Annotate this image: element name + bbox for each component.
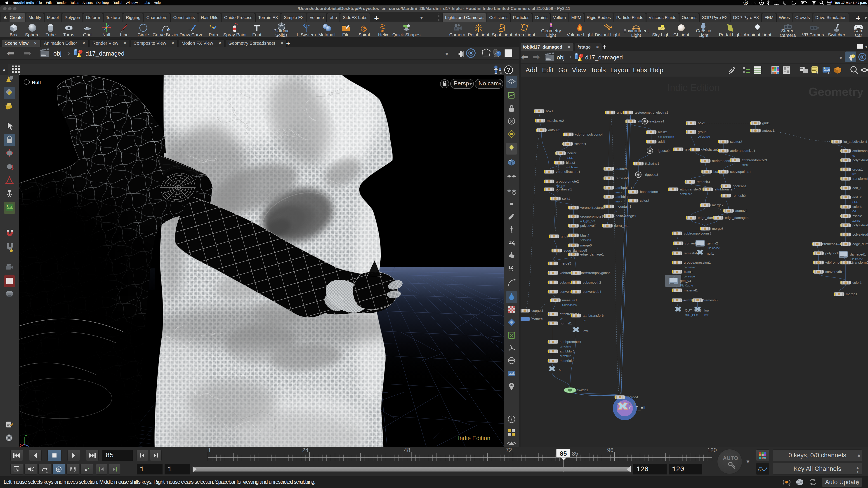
svg-text:scatter2: scatter2 (730, 140, 742, 143)
svg-text:polyextrude1: polyextrude1 (852, 223, 868, 227)
svg-text:OUT_All: OUT_All (629, 405, 645, 411)
svg-text:edif_1: edif_1 (852, 186, 862, 190)
svg-text:vdbfrompolygons6: vdbfrompolygons6 (583, 271, 611, 275)
svg-text:attribtransfer6: attribtransfer6 (583, 314, 604, 318)
svg-text:not: selection: not: selection (658, 135, 674, 138)
svg-text:transform1: transform1 (852, 177, 868, 181)
svg-text:remesh4: remesh4 (684, 251, 697, 255)
svg-text:polybevel1: polybevel1 (556, 187, 572, 191)
svg-text:convertvdb1: convertvdb1 (825, 270, 844, 273)
svg-text:merge2: merge2 (712, 203, 723, 207)
svg-text:remesh5: remesh5 (704, 298, 717, 302)
svg-text:rigpose2: rigpose2 (657, 149, 670, 153)
svg-text:split1: split1 (562, 197, 570, 200)
svg-text:matchsize2: matchsize2 (547, 119, 564, 123)
svg-text:File Cache: File Cache (680, 284, 693, 287)
svg-text:72: 72 (506, 447, 512, 453)
svg-text:attribtransfer4: attribtransfer4 (715, 187, 736, 191)
svg-text:conserver: conserver (684, 266, 696, 269)
svg-text:zscale: zscale (852, 214, 862, 218)
svg-text:scatter1: scatter1 (575, 142, 586, 146)
svg-text:low: low (704, 314, 708, 317)
svg-text:curvature: curvature (560, 345, 571, 348)
svg-text:grouppromote2: grouppromote2 (556, 180, 579, 183)
svg-text:switch1: switch1 (577, 388, 588, 392)
svg-text:polybevel2: polybevel2 (580, 224, 596, 228)
svg-text:edge_dum1: edge_dum1 (852, 242, 868, 246)
svg-text:remesh2: remesh2 (733, 194, 746, 197)
svg-text:File Cache: File Cache (707, 247, 720, 250)
svg-text:low1: low1 (583, 329, 590, 333)
svg-text:mask: mask (616, 191, 622, 194)
svg-text:zscale: zscale (852, 219, 860, 222)
svg-text:edge_damage1: edge_damage1 (580, 252, 604, 256)
svg-text:voronoifracture1: voronoifracture1 (556, 170, 580, 173)
svg-text:measure1: measure1 (562, 298, 577, 302)
svg-text:Null: Null (32, 80, 41, 85)
svg-text:material1: material1 (684, 288, 698, 292)
svg-text:merge5: merge5 (560, 261, 571, 265)
svg-text:24: 24 (302, 447, 309, 453)
svg-text:SOS: SOS (567, 156, 573, 160)
svg-text:lot_subdivision1: lot_subdivision1 (843, 140, 868, 143)
svg-text:out_grp_det: out_grp_det (580, 220, 595, 223)
svg-text:grouppromote3: grouppromote3 (580, 215, 603, 218)
svg-text:remesh1: remesh1 (824, 242, 837, 246)
svg-text:bonedeform1: bonedeform1 (640, 190, 660, 194)
svg-text:attribpaint1: attribpaint1 (616, 186, 632, 190)
svg-text:add1: add1 (658, 140, 665, 143)
svg-text:rigpose3: rigpose3 (645, 173, 658, 176)
svg-text:autouv2: autouv2 (735, 209, 747, 213)
svg-text:?: ? (507, 66, 510, 73)
svg-text:rigpose1: rigpose1 (651, 119, 664, 123)
svg-text:uv: uv (560, 317, 563, 320)
svg-text:48: 48 (404, 447, 410, 453)
svg-text:geo_v4: geo_v4 (680, 279, 691, 283)
svg-text:pointwrangle1: pointwrangle1 (616, 214, 637, 218)
svg-text:borrar: borrar (567, 151, 577, 155)
svg-text:convertvdb4: convertvdb4 (583, 290, 601, 293)
svg-text:copytopoints1: copytopoints1 (730, 170, 751, 173)
svg-text:Geometry: Geometry (809, 85, 864, 98)
svg-text:w: w (745, 1, 747, 4)
svg-text:merge4: merge4 (627, 395, 638, 399)
svg-text:merge3: merge3 (712, 227, 723, 230)
svg-text:120: 120 (707, 447, 717, 453)
svg-text:remesh6: remesh6 (616, 176, 629, 180)
svg-text:12: 12 (509, 240, 514, 245)
svg-text:voronoifracture2: voronoifracture2 (580, 205, 604, 209)
svg-text:Indie Edition: Indie Edition (458, 435, 490, 442)
svg-text:matchsize1: matchsize1 (702, 148, 719, 151)
svg-text:attribblur1: attribblur1 (560, 349, 575, 353)
svg-text:box1: box1 (546, 109, 553, 113)
svg-text:tierra_mat: tierra_mat (614, 224, 629, 228)
svg-text:attribblur2: attribblur2 (616, 195, 631, 199)
svg-text:damaged1: damaged1 (850, 252, 866, 256)
svg-text:blast2: blast2 (658, 130, 667, 134)
svg-text:normal1: normal1 (560, 321, 572, 325)
svg-text:Null: Null (629, 402, 635, 405)
svg-text:blast1: blast1 (684, 270, 693, 273)
svg-text:color1: color1 (852, 281, 862, 285)
svg-text:copnet1: copnet1 (531, 308, 544, 313)
svg-text:Indie Edition: Indie Edition (667, 82, 719, 93)
svg-text:No cam: No cam (478, 80, 499, 87)
svg-text:material2: material2 (560, 359, 574, 363)
svg-text:grid2: grid2 (561, 234, 568, 238)
svg-text:orient: orient (742, 163, 749, 166)
svg-text:group1: group1 (852, 167, 863, 171)
svg-text:ikchains1: ikchains1 (645, 162, 659, 165)
svg-text:curvature: curvature (560, 355, 571, 358)
svg-text:85: 85 (572, 451, 578, 457)
svg-text:blast3: blast3 (566, 161, 575, 164)
svg-text:color3: color3 (852, 205, 862, 208)
svg-text:85: 85 (560, 450, 567, 457)
svg-text:box2: box2 (698, 121, 705, 125)
svg-text:testgeometry_electra1: testgeometry_electra1 (635, 110, 668, 114)
svg-text:groupexpression1: groupexpression1 (684, 260, 711, 264)
svg-text:transform2: transform2 (852, 260, 868, 264)
svg-text:attribrandomize3: attribrandomize3 (742, 158, 767, 162)
svg-text:uv: uv (583, 319, 586, 322)
svg-text:merge6: merge6 (580, 243, 592, 247)
svg-text:deference: deference (698, 135, 710, 138)
